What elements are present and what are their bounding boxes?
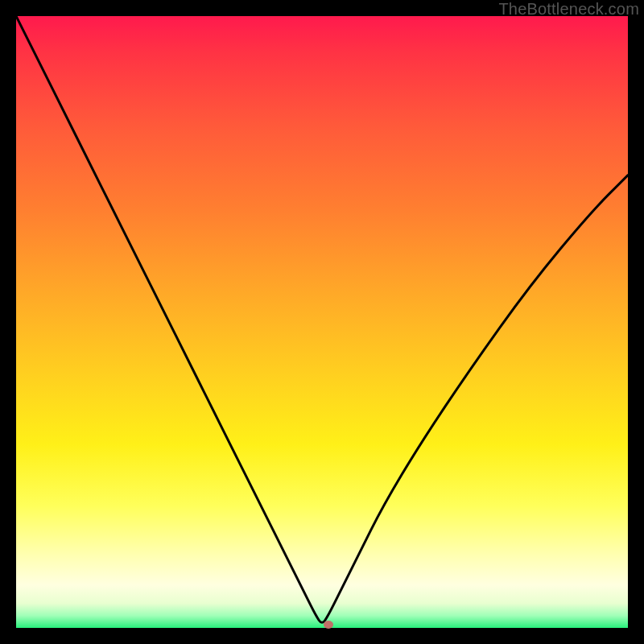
plot-area: [16, 16, 628, 628]
chart-stage: TheBottleneck.com: [0, 0, 644, 644]
bottleneck-curve: [16, 16, 628, 628]
curve-path: [16, 16, 628, 622]
min-marker-dot: [324, 621, 333, 629]
